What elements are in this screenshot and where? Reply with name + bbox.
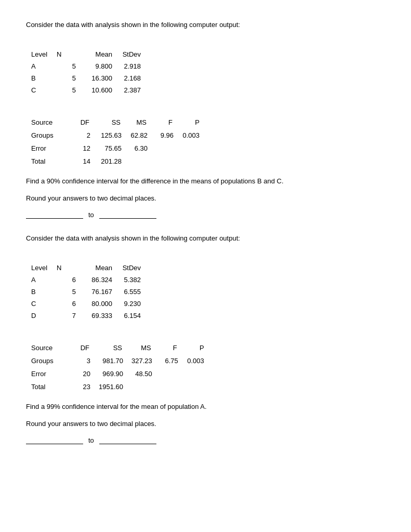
anova-cell-ms [131,380,161,393]
anova-cell-df: 2 [73,129,99,142]
round-text-2: Round your answers to two decimal places… [26,420,385,428]
col-header-stdev-2: StDev [122,262,150,274]
anova-cell-p [182,142,208,155]
col-header-stdev-1: StDev [122,48,150,60]
anova-cell-ss: 969.90 [99,367,131,380]
col-header-level-2: Level [31,262,57,274]
anova-row: Error 20 969.90 48.50 [31,367,213,380]
round-text-1: Round your answers to two decimal places… [26,194,385,202]
anova-col-df-1: DF [73,116,99,129]
anova-cell-df: 23 [73,380,99,393]
anova-cell-ms: 48.50 [131,367,161,380]
cell-level: B [31,286,57,298]
anova-cell-df: 12 [73,142,99,155]
anova-cell-source: Groups [31,354,73,367]
anova-cell-df: 20 [73,367,99,380]
cell-n: 6 [57,298,85,310]
cell-level: A [31,274,57,286]
anova-cell-f [161,380,187,393]
anova-cell-ms: 62.82 [130,129,156,142]
cell-mean: 69.333 [85,310,122,322]
anova-col-source-2: Source [31,341,73,354]
answer-input-1-upper[interactable] [99,210,156,219]
cell-level: C [31,84,57,96]
cell-n: 5 [57,286,85,298]
answer-input-2-lower[interactable] [26,436,83,444]
anova-cell-f [156,142,182,155]
answer-row-1: to [26,210,385,219]
anova-row: Total 14 201.28 [31,155,208,168]
anova-col-ss-2: SS [99,341,131,354]
anova-cell-ms: 6.30 [130,142,156,155]
cell-stdev: 9.230 [122,298,150,310]
anova-cell-ss: 125.63 [99,129,130,142]
anova-cell-f: 9.96 [156,129,182,142]
anova-cell-p: 0.003 [187,354,213,367]
data-table-1: Level N Mean StDev A 5 9.800 2.918 B 5 1… [31,48,150,96]
anova-cell-p: 0.003 [182,129,208,142]
anova-cell-ms: 327.23 [131,354,161,367]
table-row: B 5 16.300 2.168 [31,72,150,84]
anova-col-p-2: P [187,341,213,354]
anova-col-ss-1: SS [99,116,130,129]
anova-cell-ss: 1951.60 [99,380,131,393]
intro-text-2: Consider the data with analysis shown in… [26,234,385,242]
data-table-2: Level N Mean StDev A 6 86.324 5.382 B 5 … [31,262,150,322]
col-header-level-1: Level [31,48,57,60]
anova-cell-p [187,380,213,393]
anova-cell-ms [130,155,156,168]
cell-stdev: 6.555 [122,286,150,298]
table-row: C 5 10.600 2.387 [31,84,150,96]
col-header-mean-1: Mean [85,48,122,60]
anova-cell-df: 14 [73,155,99,168]
answer-input-2-upper[interactable] [99,436,156,444]
cell-stdev: 5.382 [122,274,150,286]
table-row: C 6 80.000 9.230 [31,298,150,310]
anova-cell-ss: 75.65 [99,142,130,155]
cell-level: D [31,310,57,322]
anova-table-2: Source DF SS MS F P Groups 3 981.70 327.… [31,341,213,393]
cell-mean: 10.600 [85,84,122,96]
anova-cell-ss: 981.70 [99,354,131,367]
anova-col-f-1: F [156,116,182,129]
anova-cell-source: Total [31,155,73,168]
table-row: B 5 76.167 6.555 [31,286,150,298]
intro-text-1: Consider the data with analysis shown in… [26,21,385,29]
to-label-1: to [88,211,94,219]
anova-col-df-2: DF [73,341,99,354]
anova-cell-source: Groups [31,129,73,142]
table-row: D 7 69.333 6.154 [31,310,150,322]
anova-row: Groups 2 125.63 62.82 9.96 0.003 [31,129,208,142]
cell-n: 7 [57,310,85,322]
cell-stdev: 6.154 [122,310,150,322]
anova-col-p-1: P [182,116,208,129]
cell-stdev: 2.918 [122,60,150,72]
table-row: A 6 86.324 5.382 [31,274,150,286]
cell-mean: 16.300 [85,72,122,84]
cell-n: 5 [57,60,85,72]
anova-row: Groups 3 981.70 327.23 6.75 0.003 [31,354,213,367]
anova-cell-p [187,367,213,380]
cell-mean: 9.800 [85,60,122,72]
cell-level: C [31,298,57,310]
anova-cell-df: 3 [73,354,99,367]
col-header-n-2: N [57,262,85,274]
anova-col-ms-2: MS [131,341,161,354]
anova-cell-f: 6.75 [161,354,187,367]
answer-input-1-lower[interactable] [26,210,83,219]
anova-cell-source: Error [31,367,73,380]
anova-cell-f [161,367,187,380]
anova-cell-source: Error [31,142,73,155]
cell-mean: 86.324 [85,274,122,286]
answer-row-2: to [26,436,385,444]
anova-col-f-2: F [161,341,187,354]
cell-n: 5 [57,72,85,84]
to-label-2: to [88,436,94,444]
anova-cell-ss: 201.28 [99,155,130,168]
anova-col-ms-1: MS [130,116,156,129]
cell-level: A [31,60,57,72]
anova-cell-f [156,155,182,168]
section-1: Consider the data with analysis shown in… [26,21,385,219]
cell-n: 6 [57,274,85,286]
cell-level: B [31,72,57,84]
